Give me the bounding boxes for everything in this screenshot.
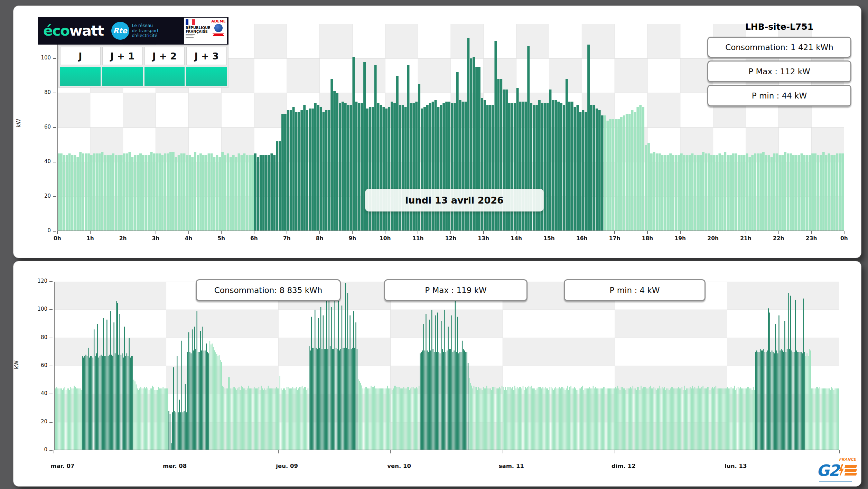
y-tick-mark (53, 231, 56, 232)
french-flag-icon (186, 19, 195, 25)
y-tick-mark (49, 281, 53, 282)
x-tick-mark (549, 231, 550, 234)
y-tick-label: 0 (23, 446, 47, 453)
x-tick-mark (483, 231, 484, 234)
y-tick-label: 80 (27, 89, 51, 95)
y-tick-label: 60 (23, 362, 47, 368)
forecast-tile-signal[interactable] (60, 67, 101, 86)
forecast-tile-signal[interactable] (186, 67, 227, 86)
y-tick-mark (49, 338, 53, 338)
x-tick-label: 2h (113, 235, 133, 242)
y-tick-label: 40 (23, 390, 47, 396)
forecast-tile-label[interactable]: J + 1 (102, 47, 143, 65)
daily-chart-panel: écowatt Rte Le réseau de transport d'éle… (13, 6, 861, 258)
stat-consommation-day: Consommation: 1 421 kWh (707, 37, 851, 58)
rte-logo: Rte Le réseau de transport d'électricité (111, 22, 159, 40)
day-tick-label: sam. 11 (489, 463, 533, 469)
x-tick-mark (778, 231, 779, 234)
g2e-tagline-bar (819, 481, 852, 482)
rte-tagline-line: Le réseau (132, 23, 159, 28)
x-tick-mark (811, 231, 812, 234)
date-label: lundi 13 avril 2026 (365, 189, 544, 211)
day-tick-label: mar. 07 (41, 463, 84, 469)
forecast-tile-signal[interactable] (102, 67, 143, 86)
y-axis-unit-top: kW (15, 119, 22, 128)
x-tick-label: 16h (571, 235, 592, 242)
day-tick-label: dim. 12 (602, 463, 645, 469)
x-tick-label: 9h (342, 235, 363, 242)
x-tick-label: 0h (47, 235, 68, 242)
x-tick-mark (221, 231, 222, 234)
rte-tagline-line: d'électricité (132, 33, 159, 38)
rte-badge-icon: Rte (111, 22, 129, 40)
forecast-tile-signal[interactable] (144, 67, 185, 86)
x-tick-label: 15h (539, 235, 560, 242)
ecowatt-logo-eco: éco (43, 22, 69, 39)
site-title: LHB-site-L751 (707, 22, 851, 32)
x-tick-mark (188, 231, 189, 234)
ademe-globe-icon (214, 24, 223, 32)
x-tick-mark (614, 231, 615, 234)
ecowatt-logo-watt: watt (69, 22, 104, 39)
ademe-logo: ADEME (211, 19, 226, 43)
x-tick-label: 3h (146, 235, 166, 242)
rf-name-line: RÉPUBLIQUE (186, 26, 210, 30)
ecowatt-logo: écowatt (43, 24, 104, 38)
weekly-chart-plot[interactable] (54, 282, 839, 450)
ademe-name: ADEME (211, 19, 226, 23)
rte-tagline: Le réseau de transport d'électricité (132, 23, 159, 38)
rf-name-line: FRANÇAISE (186, 30, 210, 34)
x-tick-label: 12h (440, 235, 461, 242)
y-tick-mark (53, 196, 56, 197)
x-tick-mark (713, 231, 713, 234)
x-tick-mark (839, 450, 840, 453)
x-tick-mark (287, 231, 287, 234)
y-tick-label: 60 (27, 124, 51, 130)
y-tick-mark (49, 394, 53, 394)
y-tick-mark (49, 366, 53, 366)
y-tick-label: 40 (27, 158, 51, 164)
y-tick-mark (53, 93, 56, 93)
x-tick-mark (57, 231, 58, 234)
x-tick-mark (503, 450, 503, 453)
forecast-tile-label[interactable]: J (60, 47, 101, 65)
forecast-tile-label[interactable]: J + 3 (186, 47, 227, 65)
x-tick-mark (582, 231, 582, 234)
forecast-tile-label[interactable]: J + 2 (144, 47, 185, 65)
day-tick-label: mer. 08 (153, 463, 197, 469)
stat-pmin-week: P min : 4 kW (564, 279, 706, 301)
x-tick-mark (385, 231, 386, 234)
g2e-france-label: FRANCE (839, 457, 856, 462)
x-tick-mark (615, 450, 615, 453)
x-tick-label: 7h (277, 235, 297, 242)
y-tick-mark (49, 422, 53, 423)
x-tick-mark (450, 231, 451, 234)
stat-pmin-day: P min : 44 kW (707, 85, 851, 106)
day-tick-label: ven. 10 (377, 463, 421, 469)
y-axis-unit-bottom: kW (13, 360, 20, 369)
y-tick-mark (53, 162, 56, 162)
x-tick-mark (390, 450, 391, 453)
x-tick-label: 23h (801, 235, 822, 242)
y-tick-label: 0 (27, 227, 51, 234)
x-tick-mark (156, 231, 156, 234)
x-tick-mark (319, 231, 320, 234)
x-tick-label: 5h (211, 235, 232, 242)
x-tick-label: 6h (244, 235, 264, 242)
x-tick-mark (844, 231, 844, 234)
republique-francaise-logo: RÉPUBLIQUE FRANÇAISE (185, 19, 211, 43)
x-tick-label: 17h (604, 235, 625, 242)
x-tick-mark (54, 450, 54, 453)
x-tick-mark (352, 231, 353, 234)
x-tick-mark (746, 231, 746, 234)
stat-consommation-week: Consommation: 8 835 kWh (196, 279, 341, 301)
x-tick-label: 14h (506, 235, 527, 242)
g2e-logo: FRANCE G2 (814, 457, 857, 485)
x-tick-mark (166, 450, 167, 453)
x-tick-label: 8h (309, 235, 330, 242)
g2e-e-icon (845, 465, 857, 476)
x-tick-mark (727, 450, 728, 453)
x-tick-label: 20h (703, 235, 724, 242)
x-tick-label: 0h (834, 235, 855, 242)
x-tick-mark (254, 231, 254, 234)
